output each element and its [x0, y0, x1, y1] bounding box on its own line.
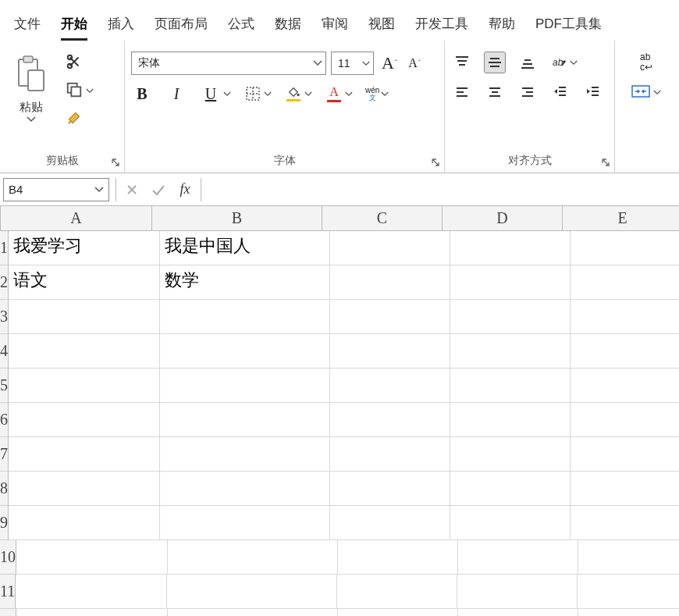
cell-B10[interactable]	[168, 540, 338, 575]
cell-A3[interactable]	[9, 300, 160, 334]
cell-B4[interactable]	[160, 334, 330, 369]
increase-font-size-button[interactable]: Aˆ	[379, 53, 400, 73]
name-box[interactable]: B4	[3, 178, 109, 201]
cell-A1[interactable]: 我爱学习	[9, 231, 160, 265]
menu-item-10[interactable]: PDF工具集	[535, 15, 602, 41]
menu-item-4[interactable]: 公式	[228, 15, 254, 41]
cell-C1[interactable]	[330, 231, 450, 265]
dialog-launcher-font[interactable]	[430, 157, 441, 168]
cell-D4[interactable]	[450, 334, 571, 369]
cell-D12[interactable]	[458, 609, 578, 616]
phonetic-guide-button[interactable]: wén 文	[365, 87, 389, 101]
align-bottom-button[interactable]	[517, 52, 539, 73]
menu-item-6[interactable]: 审阅	[322, 15, 348, 41]
menu-item-9[interactable]: 帮助	[489, 15, 515, 41]
cell-E8[interactable]	[571, 472, 679, 506]
row-header-8[interactable]: 8	[0, 472, 9, 506]
row-header-9[interactable]: 9	[0, 506, 9, 540]
cell-E12[interactable]	[578, 609, 679, 616]
cell-B5[interactable]	[160, 369, 330, 403]
copy-button[interactable]	[62, 80, 97, 101]
cell-B9[interactable]	[160, 506, 330, 540]
cell-A5[interactable]	[9, 369, 160, 403]
cell-C11[interactable]	[337, 575, 457, 609]
font-size-combo[interactable]: 11	[331, 52, 374, 75]
row-header-10[interactable]: 10	[0, 540, 16, 575]
cell-A4[interactable]	[9, 334, 160, 369]
menu-item-0[interactable]: 文件	[14, 15, 41, 41]
cell-B12[interactable]	[168, 609, 338, 616]
fill-color-button[interactable]	[284, 84, 312, 103]
menu-item-5[interactable]: 数据	[275, 15, 301, 41]
menu-item-1[interactable]: 开始	[61, 15, 87, 41]
cell-D9[interactable]	[450, 506, 571, 540]
cell-E11[interactable]	[578, 575, 679, 609]
cell-C7[interactable]	[330, 437, 450, 472]
row-header-4[interactable]: 4	[0, 334, 9, 369]
cell-C4[interactable]	[330, 334, 450, 369]
column-header-C[interactable]: C	[322, 206, 443, 231]
font-color-button[interactable]: A	[325, 84, 353, 103]
formula-cancel-button[interactable]	[123, 180, 141, 199]
formula-input[interactable]	[208, 178, 679, 201]
cell-D1[interactable]	[450, 231, 571, 265]
cell-B3[interactable]	[160, 300, 330, 334]
formula-enter-button[interactable]	[149, 180, 168, 199]
wrap-text-button[interactable]: abc↩	[640, 52, 652, 73]
align-left-button[interactable]	[451, 81, 473, 103]
cut-button[interactable]	[62, 52, 97, 73]
border-button[interactable]	[244, 84, 272, 103]
cell-A2[interactable]: 语文	[9, 265, 160, 300]
cell-A7[interactable]	[9, 437, 160, 472]
cell-E5[interactable]	[571, 369, 679, 403]
align-right-button[interactable]	[517, 81, 539, 103]
column-header-E[interactable]: E	[563, 206, 679, 231]
cell-A12[interactable]	[16, 609, 168, 616]
align-middle-button[interactable]	[484, 52, 506, 73]
cell-D8[interactable]	[450, 472, 571, 506]
cell-B7[interactable]	[160, 437, 330, 472]
row-header-5[interactable]: 5	[0, 369, 9, 403]
dialog-launcher-alignment[interactable]	[600, 157, 611, 168]
cell-B11[interactable]	[167, 575, 337, 609]
cell-C6[interactable]	[330, 403, 450, 437]
orientation-button[interactable]: ab	[549, 53, 578, 72]
cell-E3[interactable]	[571, 300, 679, 334]
decrease-font-size-button[interactable]: Aˇ	[405, 56, 424, 70]
cell-C12[interactable]	[338, 609, 458, 616]
column-header-B[interactable]: B	[152, 206, 322, 231]
cell-D10[interactable]	[458, 540, 578, 575]
menu-item-2[interactable]: 插入	[108, 15, 134, 41]
row-header-3[interactable]: 3	[0, 300, 9, 334]
cell-E1[interactable]	[571, 231, 679, 265]
row-header-2[interactable]: 2	[0, 265, 9, 300]
paste-button[interactable]: 粘贴	[6, 47, 56, 149]
increase-indent-button[interactable]	[582, 81, 604, 103]
dialog-launcher-clipboard[interactable]	[110, 157, 121, 168]
cell-E2[interactable]	[571, 265, 679, 300]
bold-button[interactable]: B	[131, 83, 153, 105]
font-name-combo[interactable]: 宋体	[131, 52, 326, 75]
insert-function-button[interactable]: fx	[176, 180, 194, 199]
cell-B2[interactable]: 数学	[160, 265, 330, 300]
cell-D7[interactable]	[450, 437, 571, 472]
decrease-indent-button[interactable]	[549, 81, 571, 103]
cell-D5[interactable]	[450, 369, 571, 403]
cell-E4[interactable]	[571, 334, 679, 369]
cell-D11[interactable]	[457, 575, 578, 609]
cell-C9[interactable]	[330, 506, 450, 540]
cell-E6[interactable]	[571, 403, 679, 437]
cell-A9[interactable]	[9, 506, 160, 540]
merge-cells-button[interactable]	[631, 81, 661, 103]
cell-B6[interactable]	[160, 403, 330, 437]
cell-B8[interactable]	[160, 472, 330, 506]
menu-item-3[interactable]: 页面布局	[155, 15, 208, 41]
cell-B1[interactable]: 我是中国人	[160, 231, 330, 265]
cell-A10[interactable]	[16, 540, 168, 575]
row-header-6[interactable]: 6	[0, 403, 9, 437]
cell-D3[interactable]	[450, 300, 571, 334]
row-header-7[interactable]: 7	[0, 437, 9, 472]
format-painter-button[interactable]	[62, 108, 97, 130]
cell-D6[interactable]	[450, 403, 571, 437]
column-header-A[interactable]: A	[1, 206, 152, 231]
